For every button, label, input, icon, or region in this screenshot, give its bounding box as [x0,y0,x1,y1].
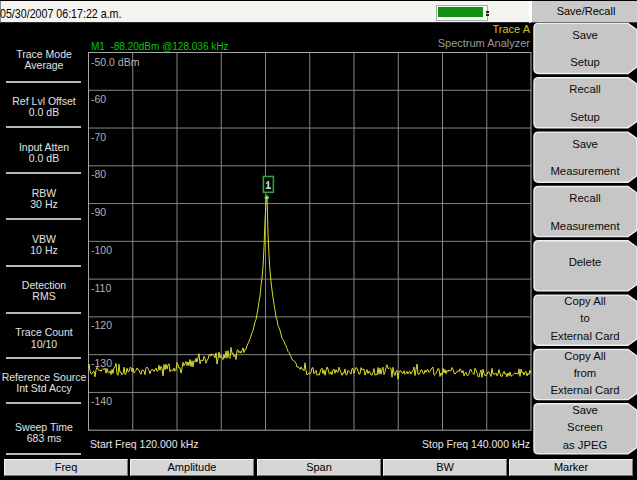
svg-text:Setup: Setup [570,56,600,68]
svg-text:Measurement: Measurement [550,220,620,232]
svg-text:as JPEG: as JPEG [563,439,608,451]
svg-text:Save: Save [572,138,598,150]
svg-text:Screen: Screen [567,421,603,433]
svg-text:Save: Save [572,404,598,416]
svg-text:to: to [580,312,589,324]
svg-text:Setup: Setup [570,111,600,123]
svg-text:Save: Save [572,29,598,41]
svg-text:Delete: Delete [569,256,602,268]
svg-text:Copy All: Copy All [564,350,605,362]
svg-text:Recall: Recall [569,192,600,204]
svg-text:External Card: External Card [550,384,619,396]
svg-text:Measurement: Measurement [550,165,620,177]
svg-text:Recall: Recall [569,83,600,95]
svg-text:Copy All: Copy All [564,295,605,307]
svg-text:from: from [574,367,597,379]
svg-text:External Card: External Card [550,330,619,342]
